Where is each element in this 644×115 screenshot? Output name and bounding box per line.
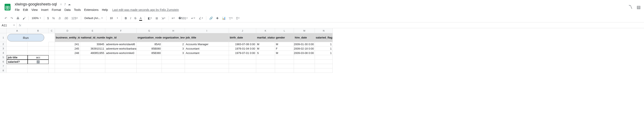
- cell[interactable]: M: [275, 51, 294, 55]
- menu-view[interactable]: View: [30, 7, 39, 12]
- cell[interactable]: [315, 64, 333, 68]
- cell[interactable]: Accountant: [185, 51, 229, 55]
- link-button[interactable]: 🔗: [208, 16, 214, 21]
- row-header[interactable]: 5: [0, 55, 7, 60]
- cell[interactable]: [7, 51, 28, 55]
- cell[interactable]: [80, 64, 105, 68]
- cell[interactable]: M: [256, 42, 275, 46]
- increase-decimal-button[interactable]: .00: [63, 16, 69, 21]
- cell[interactable]: salaried?: [7, 60, 28, 64]
- row-header[interactable]: 3: [0, 46, 7, 51]
- cell[interactable]: [28, 64, 49, 68]
- cell[interactable]: M: [256, 46, 275, 51]
- col-header[interactable]: K: [256, 28, 275, 33]
- comment-button[interactable]: ✚: [215, 16, 220, 21]
- cell[interactable]: adventure-works\mike0: [105, 51, 137, 55]
- cell[interactable]: marital_status: [256, 33, 275, 42]
- cell[interactable]: [229, 55, 256, 60]
- cell[interactable]: job_title: [185, 33, 229, 42]
- cell[interactable]: [162, 60, 185, 64]
- cell[interactable]: [294, 68, 315, 73]
- cell[interactable]: M: [275, 42, 294, 46]
- cell[interactable]: [55, 60, 80, 64]
- h-align-button[interactable]: ≡▼: [170, 16, 176, 21]
- cell[interactable]: gender: [275, 33, 294, 42]
- col-header[interactable]: I: [185, 28, 229, 33]
- paint-format-button[interactable]: 🖌: [22, 16, 27, 21]
- cell[interactable]: [185, 64, 229, 68]
- cell[interactable]: login_id: [105, 33, 137, 42]
- cell[interactable]: [7, 42, 28, 46]
- cell[interactable]: [256, 68, 275, 73]
- col-header[interactable]: N: [315, 28, 333, 33]
- cell[interactable]: [80, 60, 105, 64]
- chart-button[interactable]: 📊: [221, 16, 227, 21]
- cell[interactable]: 3: [162, 46, 185, 51]
- col-header[interactable]: L: [275, 28, 294, 33]
- row-header[interactable]: 2: [0, 42, 7, 46]
- cell[interactable]: [294, 55, 315, 60]
- cell[interactable]: [275, 55, 294, 60]
- cell[interactable]: [185, 55, 229, 60]
- cell[interactable]: [256, 55, 275, 60]
- cell[interactable]: 2009-01-30 0:00: [294, 42, 315, 46]
- cell[interactable]: [185, 68, 229, 73]
- cell[interactable]: [49, 33, 55, 42]
- cell[interactable]: [80, 68, 105, 73]
- col-header[interactable]: E: [80, 28, 105, 33]
- menu-format[interactable]: Format: [50, 7, 62, 12]
- cell[interactable]: [315, 68, 333, 73]
- cell[interactable]: [105, 64, 137, 68]
- merge-button[interactable]: ⇲▼: [160, 16, 167, 21]
- currency-button[interactable]: $: [46, 16, 50, 21]
- comments-icon[interactable]: ▤: [637, 4, 641, 10]
- cell[interactable]: organization_level: [162, 33, 185, 42]
- cell[interactable]: Run: [7, 33, 49, 42]
- cell[interactable]: [7, 68, 28, 73]
- cloud-icon[interactable]: ☁: [68, 3, 71, 6]
- col-header[interactable]: J: [229, 28, 256, 33]
- v-align-button[interactable]: �531▼: [177, 16, 189, 21]
- cell[interactable]: adventure-works\david6: [105, 42, 137, 46]
- cell[interactable]: business_entity_id: [55, 33, 80, 42]
- redo-button[interactable]: ↷: [9, 16, 14, 21]
- filter-button[interactable]: ▽▼: [228, 16, 234, 21]
- cell[interactable]: job title: [7, 55, 28, 60]
- cell[interactable]: [137, 64, 162, 68]
- cell[interactable]: 2009-02-18 0:00: [294, 46, 315, 51]
- functions-button[interactable]: Σ▼: [235, 16, 241, 21]
- cell[interactable]: birth_date: [229, 33, 256, 42]
- cell[interactable]: [275, 64, 294, 68]
- cell[interactable]: ✓: [28, 60, 49, 64]
- cell[interactable]: [256, 64, 275, 68]
- row-header[interactable]: 1: [0, 33, 7, 42]
- doc-title[interactable]: xlwings-googlesheets-sql: [14, 2, 58, 7]
- cell[interactable]: acc: [28, 55, 49, 60]
- menu-file[interactable]: File: [14, 7, 21, 12]
- cell[interactable]: Accounts Manager: [185, 42, 229, 46]
- cell[interactable]: national_id_number: [80, 33, 105, 42]
- text-color-button[interactable]: A: [138, 16, 143, 21]
- activity-icon[interactable]: 〽: [628, 4, 632, 9]
- undo-button[interactable]: ↶: [3, 16, 8, 21]
- cell[interactable]: [256, 60, 275, 64]
- cell[interactable]: 85A0: [137, 42, 162, 46]
- cell[interactable]: S: [256, 51, 275, 55]
- cell[interactable]: 363910111: [80, 46, 105, 51]
- col-header[interactable]: B: [28, 28, 49, 33]
- decrease-decimal-button[interactable]: .0: [57, 16, 62, 21]
- font-size-select[interactable]: 10▼: [108, 16, 120, 20]
- cell[interactable]: 1: [315, 42, 333, 46]
- cell[interactable]: [162, 68, 185, 73]
- cell[interactable]: [315, 60, 333, 64]
- cell[interactable]: [229, 64, 256, 68]
- cell[interactable]: adventure-works\barbara1: [105, 46, 137, 51]
- run-button[interactable]: Run: [7, 34, 44, 41]
- cell[interactable]: 2009-03-08 0:00: [294, 51, 315, 55]
- col-header[interactable]: C: [49, 28, 55, 33]
- cell[interactable]: [49, 68, 55, 73]
- cell[interactable]: 85B380: [137, 51, 162, 55]
- cell[interactable]: [49, 55, 55, 60]
- cell[interactable]: [137, 60, 162, 64]
- cell[interactable]: 1: [315, 51, 333, 55]
